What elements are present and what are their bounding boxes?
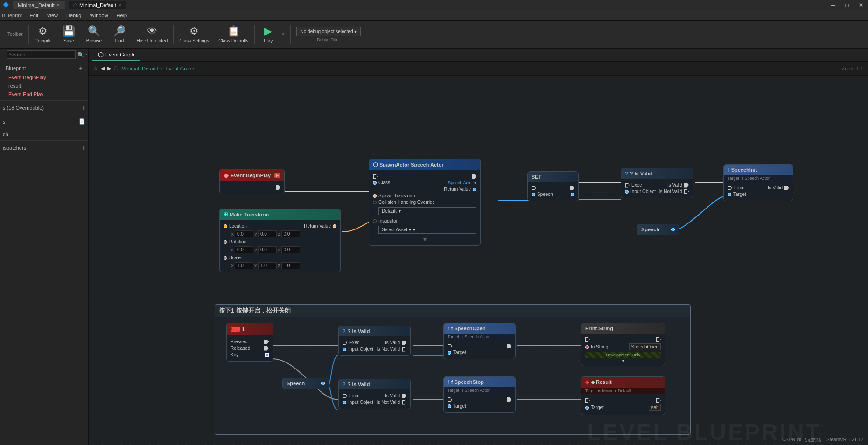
rot-y-label: Y bbox=[254, 248, 257, 252]
compile-button[interactable]: ⚙ Compile bbox=[31, 22, 56, 47]
view-toggle[interactable]: ≡ bbox=[2, 52, 5, 57]
blueprint-canvas[interactable]: ◆ Event BeginPlay F ⬡ Spaw bbox=[89, 76, 868, 445]
breadcrumb-event-graph[interactable]: Event Graph bbox=[166, 66, 195, 71]
browse-button[interactable]: 🔍 Browse bbox=[83, 22, 106, 47]
play-dropdown-icon[interactable]: ▾ bbox=[282, 31, 285, 37]
sidebar-item-event-beginplay[interactable]: Event BeginPlay bbox=[3, 73, 85, 82]
speech-init-node[interactable]: f SpeechInit Target is Speech Actor Exec… bbox=[723, 164, 793, 201]
menu-help[interactable]: Help bbox=[113, 12, 131, 19]
pressed-label: Pressed bbox=[231, 339, 248, 344]
class-settings-button[interactable]: ⚙ Class Settings bbox=[175, 22, 213, 47]
is-valid-2-node[interactable]: ? ? Is Valid Exec Is Valid bbox=[338, 326, 411, 356]
iv2-exec-row: Exec Is Valid bbox=[343, 340, 406, 345]
find-label: Find bbox=[115, 38, 124, 43]
speech-open-title: f SpeechOpen bbox=[451, 326, 486, 331]
minimize-button[interactable]: ─ bbox=[826, 0, 840, 10]
instigator-dropdown[interactable]: Select Asset ▾ ▾ bbox=[378, 226, 476, 234]
breadcrumb-minimal-default[interactable]: Minimal_Default bbox=[121, 66, 158, 71]
spawn-exec-in bbox=[373, 174, 378, 179]
sidebar-add-overridable[interactable]: + bbox=[82, 104, 85, 111]
is-valid-1-header: ? ? Is Valid bbox=[621, 168, 693, 179]
search-icon[interactable]: 🔍 bbox=[77, 52, 84, 58]
menu-debug[interactable]: Debug bbox=[63, 12, 85, 19]
event-beginplay-header: ◆ Event BeginPlay F bbox=[220, 169, 284, 181]
sidebar-item-result[interactable]: result bbox=[3, 82, 85, 90]
ps-instring-pin bbox=[585, 345, 589, 349]
browse-label: Browse bbox=[86, 38, 102, 43]
sidebar-item-ch[interactable]: ch bbox=[0, 130, 88, 139]
tab-2[interactable]: ⬡ Minimal_Default ✕ bbox=[69, 1, 126, 9]
sc-y-label: Y bbox=[254, 264, 257, 268]
set-node[interactable]: SET Speech bbox=[527, 171, 579, 201]
iv1-not-valid-label: Is Not Valid bbox=[659, 189, 682, 194]
is-valid-1-node[interactable]: ? ? Is Valid Exec Is Valid bbox=[621, 168, 693, 198]
window-controls[interactable]: ─ □ ✕ bbox=[826, 0, 868, 10]
find-button[interactable]: 🔎 Find bbox=[108, 22, 131, 47]
sc-z-input[interactable] bbox=[281, 262, 300, 269]
maximize-button[interactable]: □ bbox=[840, 0, 854, 10]
exec-in-pin bbox=[373, 174, 378, 179]
speech-var-bottom-node[interactable]: Speech bbox=[282, 378, 329, 389]
rot-y-input[interactable] bbox=[258, 246, 277, 253]
spawn-actor-title: SpawnActor Speech Actor bbox=[379, 162, 444, 167]
ps-expand-icon[interactable]: ▾ bbox=[585, 358, 661, 363]
menu-view[interactable]: View bbox=[43, 12, 62, 19]
speech-var-top-title: Speech bbox=[641, 227, 659, 232]
spawn-actor-node[interactable]: ⬡ SpawnActor Speech Actor bbox=[369, 159, 481, 246]
sc-y-input[interactable] bbox=[258, 262, 277, 269]
result-node[interactable]: ◈ ◈ Result Target is Minimal Default bbox=[581, 376, 665, 415]
sidebar-item-dispatchers[interactable]: ispatchers + bbox=[0, 143, 88, 153]
hide-unrelated-button[interactable]: 👁 Hide Unrelated bbox=[133, 22, 172, 47]
expand-icon[interactable]: ▾ bbox=[373, 236, 476, 243]
rotation-pin bbox=[224, 240, 227, 244]
collision-dropdown[interactable]: Default ▾ bbox=[378, 207, 476, 215]
print-string-node[interactable]: Print String In String bbox=[581, 323, 665, 366]
class-defaults-button[interactable]: 📋 Class Defaults bbox=[215, 22, 252, 47]
si-exec-out-pin bbox=[784, 186, 789, 190]
tab-1[interactable]: Minimal_Default ✕ bbox=[13, 1, 65, 9]
loc-y-input[interactable] bbox=[258, 230, 277, 237]
close-button[interactable]: ✕ bbox=[854, 0, 868, 10]
tab-close-1[interactable]: ✕ bbox=[56, 3, 60, 7]
menu-window[interactable]: Window bbox=[86, 12, 112, 19]
iv3-not-valid-pin bbox=[402, 400, 406, 405]
sidebar-item-event-endplay[interactable]: Event End Play bbox=[3, 90, 85, 98]
loc-x-input[interactable] bbox=[235, 230, 253, 237]
debug-object-button[interactable]: No debug object selected ▾ bbox=[296, 27, 361, 36]
tab-label-2: Minimal_Default bbox=[79, 2, 116, 8]
search-input[interactable] bbox=[7, 50, 76, 59]
sidebar-item-s[interactable]: s 📄 bbox=[0, 117, 88, 126]
make-transform-node[interactable]: ⊞ Make Transform Location Return Value bbox=[219, 209, 341, 272]
rot-z-input[interactable] bbox=[281, 246, 300, 253]
loc-z-input[interactable] bbox=[281, 230, 300, 237]
breadcrumb-back[interactable]: ◀ bbox=[101, 65, 105, 71]
speech-open-body: Target bbox=[444, 340, 515, 359]
speech-stop-node[interactable]: f f SpeechStop Target is Speech Actor bbox=[443, 376, 516, 413]
set-speech-out-pin bbox=[571, 193, 574, 196]
speech-var-top-node[interactable]: Speech bbox=[637, 224, 679, 235]
menu-edit[interactable]: Edit bbox=[26, 12, 42, 19]
rot-x-input[interactable] bbox=[235, 246, 253, 253]
tab-bar: ⬡ Event Graph bbox=[89, 49, 868, 62]
sidebar-item-blueprint[interactable]: Blueprint + bbox=[3, 63, 85, 73]
tab-event-graph[interactable]: ⬡ Event Graph bbox=[92, 49, 140, 61]
sidebar-item-overridable[interactable]: s (18 Overridable) + bbox=[0, 103, 88, 113]
sc-x-input[interactable] bbox=[235, 262, 253, 269]
breadcrumb-forward[interactable]: ▶ bbox=[107, 65, 111, 71]
iv3-not-valid-label: Is Not Valid bbox=[377, 400, 400, 405]
tab-close-2[interactable]: ✕ bbox=[118, 3, 122, 7]
iv3-not-valid-out: Is Not Valid bbox=[377, 400, 406, 405]
sidebar-add-blueprint[interactable]: + bbox=[79, 64, 83, 72]
scale-pin bbox=[224, 256, 227, 260]
speech-open-node[interactable]: f f SpeechOpen Target is Speech Actor bbox=[443, 323, 516, 359]
is-valid-1-icon: ? bbox=[625, 171, 628, 176]
star-icon[interactable]: ☆ bbox=[93, 65, 98, 71]
sidebar-s-toggle[interactable]: 📄 bbox=[79, 118, 85, 125]
sidebar-add-dispatchers[interactable]: + bbox=[82, 144, 85, 152]
event-beginplay-node[interactable]: ◆ Event BeginPlay F bbox=[219, 169, 285, 194]
save-button[interactable]: 💾 Save bbox=[57, 22, 81, 47]
iv1-input-row: Input Object Is Not Valid bbox=[625, 189, 689, 194]
key-1-node[interactable]: ⌨ 1 Pressed Released bbox=[226, 323, 273, 362]
is-valid-3-node[interactable]: ? ? Is Valid Exec Is Valid bbox=[338, 379, 411, 409]
play-button[interactable]: ▶ Play bbox=[257, 22, 280, 47]
